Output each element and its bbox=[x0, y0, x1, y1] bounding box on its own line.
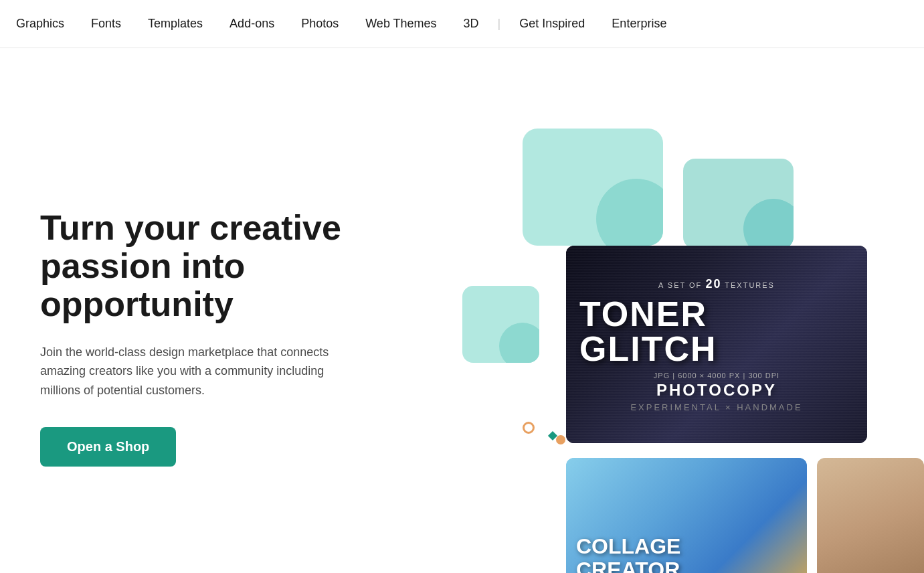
nav-graphics[interactable]: Graphics bbox=[16, 17, 78, 31]
product-card-collage-bg: COLLAGE CREATOR bbox=[566, 458, 807, 573]
nav-enterprise[interactable]: Enterprise bbox=[598, 17, 680, 31]
product-specs: JPG | 6000 × 4000 PX | 300 DPI bbox=[654, 372, 779, 380]
hero-section: Turn your creative passion into opportun… bbox=[0, 48, 924, 573]
nav-3d[interactable]: 3D bbox=[450, 17, 492, 31]
product-card-bg: A SET OF 20 TEXTURES TONER GLITCH JPG | … bbox=[566, 246, 867, 443]
nav-getinspired[interactable]: Get Inspired bbox=[506, 17, 598, 31]
product-card-collage[interactable]: COLLAGE CREATOR bbox=[566, 458, 807, 573]
open-shop-button[interactable]: Open a Shop bbox=[40, 427, 176, 467]
nav-webthemes[interactable]: Web Themes bbox=[352, 17, 450, 31]
product-tagline: EXPERIMENTAL × HANDMADE bbox=[630, 402, 802, 412]
teal-rectangle-large bbox=[523, 129, 663, 246]
hero-title-line2: passion into opportunity bbox=[40, 246, 245, 323]
product-card-toner-glitch[interactable]: A SET OF 20 TEXTURES TONER GLITCH JPG | … bbox=[566, 246, 867, 443]
main-nav: Graphics Fonts Templates Add-ons Photos … bbox=[0, 0, 924, 48]
nav-separator: | bbox=[492, 17, 506, 31]
product-tag: A SET OF 20 TEXTURES bbox=[658, 277, 775, 291]
decorative-circle-filled bbox=[556, 435, 565, 444]
teal-rectangle-medium bbox=[683, 159, 794, 249]
product-category: PHOTOCOPY bbox=[656, 382, 777, 398]
nav-fonts[interactable]: Fonts bbox=[78, 17, 134, 31]
nav-templates[interactable]: Templates bbox=[134, 17, 216, 31]
decorative-circle-outline bbox=[523, 422, 535, 434]
product-card-partial-bg bbox=[817, 458, 924, 573]
hero-subtitle: Join the world-class design marketplace … bbox=[40, 343, 348, 400]
product-card-partial[interactable] bbox=[817, 458, 924, 573]
hero-title-line1: Turn your creative bbox=[40, 208, 341, 247]
nav-photos[interactable]: Photos bbox=[288, 17, 352, 31]
product-collage-title: COLLAGE CREATOR bbox=[576, 535, 680, 573]
product-name: TONER GLITCH bbox=[579, 297, 854, 366]
hero-visuals: A SET OF 20 TEXTURES TONER GLITCH JPG | … bbox=[456, 48, 924, 573]
hero-title: Turn your creative passion into opportun… bbox=[40, 209, 348, 324]
teal-rectangle-small bbox=[462, 286, 539, 363]
nav-addons[interactable]: Add-ons bbox=[216, 17, 288, 31]
hero-content: Turn your creative passion into opportun… bbox=[0, 102, 348, 467]
